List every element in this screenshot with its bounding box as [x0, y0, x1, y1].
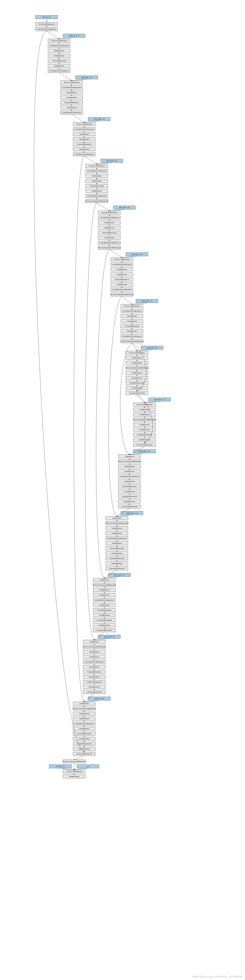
- svg-text:ThnnConv2DBackward: ThnnConv2DBackward: [124, 305, 140, 307]
- svg-text:SelectBackward: SelectBackward: [124, 501, 135, 502]
- edge: [84, 156, 97, 164]
- op-dec-1-3: ViewBackward: [106, 531, 128, 535]
- param-res-0: (512, 512, 1, 1): [141, 346, 163, 350]
- op-enc-5-3: ViewBackward: [111, 273, 133, 276]
- svg-text:ViewBackward: ViewBackward: [124, 465, 135, 467]
- edge: [72, 115, 84, 123]
- op-enc-3-7: ThnnConvDepthwise2DBackward: [85, 199, 108, 203]
- op-enc-2-0: ThnnConv2DBackward: [73, 123, 95, 126]
- svg-text:CudnnBatchNormBackward: CudnnBatchNormBackward: [49, 70, 69, 72]
- svg-text:ThresholdBackward1: ThresholdBackward1: [64, 102, 79, 103]
- op-dec-4-6: ThresholdBackward1: [73, 732, 95, 735]
- op-dec-2-2: ViewBackward: [93, 588, 115, 592]
- svg-text:ViewBackward: ViewBackward: [99, 589, 110, 591]
- op-dec-0-7: CloneBackward: [118, 490, 140, 493]
- svg-text:UnsqueezeBackward0: UnsqueezeBackward0: [76, 753, 92, 755]
- op-dec-4-2: ViewBackward: [73, 712, 95, 715]
- edge: [97, 203, 109, 211]
- svg-text:ViewBackward: ViewBackward: [79, 138, 89, 140]
- svg-text:CudnnBatchNormBackward: CudnnBatchNormBackward: [87, 195, 107, 197]
- edge: [108, 296, 122, 516]
- op-dec-3-1: ThnnConvTranspose2DBackward: [83, 645, 106, 649]
- svg-text:ViewBackward: ViewBackward: [140, 409, 150, 410]
- svg-text:CudnnBatchNormBackward: CudnnBatchNormBackward: [112, 288, 132, 290]
- svg-text:ThnnConvTranspose2DBackward: ThnnConvTranspose2DBackward: [83, 646, 106, 648]
- op-res-0-4: ViewBackward: [126, 371, 148, 375]
- op-enc-0-1: CudnnBatchNormBackward: [48, 44, 70, 48]
- op-dec-2-5: ViewBackward: [93, 603, 115, 607]
- edge: [74, 156, 84, 702]
- svg-text:CudnnBatchNormBackward: CudnnBatchNormBackward: [123, 310, 142, 312]
- svg-text:ViewBackward: ViewBackward: [104, 227, 115, 228]
- op-enc-6-6: CudnnBatchNormBackward: [121, 334, 143, 338]
- op-dec-2-7: CloneBackward: [93, 613, 115, 617]
- op-dec-0-0: CatBackward: [118, 455, 140, 458]
- op-dec-4-5: ViewBackward: [73, 727, 95, 730]
- svg-text:ViewBackward: ViewBackward: [79, 728, 89, 729]
- op-dec-2-3: ViewBackward: [93, 593, 115, 597]
- edge: [97, 162, 112, 164]
- op-enc-2-4: ThresholdBackward1: [73, 143, 95, 146]
- op-dec-0-4: CudnnBatchNormBackward: [118, 475, 140, 478]
- op-enc-0-0: ThnnConv2DBackward: [48, 39, 70, 43]
- svg-text:ThnnConv2DBackward: ThnnConv2DBackward: [89, 165, 105, 167]
- svg-text:SelectBackward: SelectBackward: [139, 439, 150, 441]
- svg-text:ThnnConv2DBackward: ThnnConv2DBackward: [64, 81, 80, 83]
- svg-text:ViewBackward: ViewBackward: [104, 237, 115, 239]
- svg-text:ThresholdBackward1: ThresholdBackward1: [52, 60, 67, 62]
- svg-text:CloneBackward: CloneBackward: [111, 552, 123, 554]
- op-dec-0-10: UnsqueezeBackward0: [118, 505, 140, 508]
- edge: [109, 209, 124, 211]
- param-dec-3: (512, 128, 4, 4): [98, 635, 120, 638]
- svg-text:ViewBackward: ViewBackward: [99, 604, 110, 606]
- svg-text:CudnnBatchNormBackward: CudnnBatchNormBackward: [85, 661, 104, 663]
- op-res-0-7: SelectBackward: [126, 386, 148, 390]
- svg-text:CudnnBatchNormBackward: CudnnBatchNormBackward: [49, 45, 69, 46]
- svg-text:ViewBackward: ViewBackward: [117, 268, 127, 270]
- param-out-b: (3,): [77, 765, 99, 768]
- op-enc-3-6: CudnnBatchNormBackward: [86, 194, 108, 198]
- svg-text:CloneBackward: CloneBackward: [79, 738, 90, 740]
- edge: [59, 37, 74, 39]
- op-enc-6-1: CudnnBatchNormBackward: [121, 309, 143, 313]
- svg-text:ThresholdBackward1: ThresholdBackward1: [102, 232, 117, 234]
- op-dec-2-4: CudnnBatchNormBackward: [93, 598, 115, 602]
- svg-text:UnsqueezeBackward0: UnsqueezeBackward0: [97, 629, 112, 631]
- op-dec-3-0: CatBackward: [83, 640, 105, 644]
- edge: [122, 296, 132, 304]
- svg-text:ViewBackward: ViewBackward: [99, 594, 110, 596]
- svg-text:ThresholdBackward1: ThresholdBackward1: [110, 547, 124, 549]
- param-dec-4: (256, 64, 4, 4): [88, 697, 110, 700]
- op-dec-0-3: ViewBackward: [118, 469, 140, 473]
- op-enc-6-0: ThnnConv2DBackward: [121, 304, 143, 308]
- svg-text:ViewBackward: ViewBackward: [112, 527, 122, 529]
- op-out-transpose: ThnnConvTranspose2DBackward: [62, 760, 86, 763]
- op-dec-1-8: LeakyReluBackward0: [106, 557, 128, 560]
- edge: [122, 256, 137, 258]
- svg-text:UnsqueezeBackward0: UnsqueezeBackward0: [137, 444, 152, 445]
- op-enc-3-1: CudnnBatchNormBackward: [86, 169, 108, 173]
- svg-text:CudnnBatchNormBackward: CudnnBatchNormBackward: [112, 263, 132, 265]
- op-dec-1-6: ThresholdBackward1: [106, 547, 128, 550]
- svg-text:ThnnConvTranspose2DBackward: ThnnConvTranspose2DBackward: [93, 584, 116, 586]
- edge: [117, 515, 132, 516]
- op-res-0-3: ThnnConvDepthwise2DBackward: [126, 366, 149, 370]
- op-enc-1-6: CudnnBatchNormBackward: [60, 111, 83, 115]
- op-enc-3-0: ThnnConv2DBackward: [86, 164, 108, 168]
- svg-text:ThresholdBackward1: ThresholdBackward1: [89, 185, 104, 187]
- svg-text:LeakyReluBackward0: LeakyReluBackward0: [137, 434, 152, 436]
- svg-text:UnsqueezeBackward0: UnsqueezeBackward0: [109, 567, 125, 569]
- svg-text:CudnnBatchNormBackward: CudnnBatchNormBackward: [37, 28, 56, 30]
- op-dec-0-6: ThresholdBackward1: [118, 485, 140, 488]
- svg-text:ViewBackward: ViewBackward: [124, 480, 135, 482]
- op-enc-5-5: ViewBackward: [111, 283, 133, 286]
- op-dec-1-10: UnsqueezeBackward0: [106, 566, 128, 570]
- op-dec-4-8: LeakyReluBackward0: [73, 742, 95, 746]
- op-enc-2-3: ViewBackward: [73, 137, 95, 141]
- svg-text:CloneBackward: CloneBackward: [124, 490, 135, 492]
- op-enc-5-2: ViewBackward: [111, 267, 133, 271]
- edge: [145, 401, 159, 403]
- svg-text:(3, 256, 1, 1): (3, 256, 1, 1): [56, 765, 65, 767]
- op-res-1-1: ViewBackward: [134, 408, 156, 411]
- op-dec-0-5: ViewBackward: [118, 480, 140, 483]
